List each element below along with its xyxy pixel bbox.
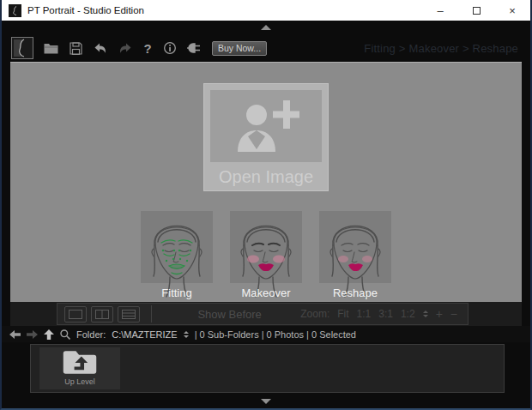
folder-stats: | 0 Sub-Folders | 0 Photos | 0 Selected	[195, 329, 356, 340]
view-toolbar: Show Before Zoom: Fit 1:1 3:1 1:2 + −	[10, 302, 522, 326]
zoom-out-button[interactable]: −	[450, 307, 457, 321]
zoom-in-button[interactable]: +	[436, 307, 443, 321]
mode-thumb-fitting[interactable]	[141, 211, 213, 283]
main-toolbar: ? Buy Now... Fitting > Makeover > Reshap…	[2, 34, 530, 62]
split-horizontal-icon	[122, 310, 136, 319]
back-icon[interactable]	[9, 330, 21, 339]
view-toolbar-panel: Show Before Zoom: Fit 1:1 3:1 1:2 + −	[57, 303, 469, 325]
collapse-bottom-strip[interactable]	[2, 395, 530, 408]
open-image-placeholder	[210, 90, 322, 162]
plugin-icon[interactable]	[187, 41, 203, 55]
open-image-button[interactable]: Open Image	[203, 83, 329, 191]
mode-thumb-makeover[interactable]	[230, 211, 302, 283]
titlebar: PT Portrait - Studio Edition – ×	[2, 0, 530, 21]
folder-bar: Folder: C:\MAZTERIZE | 0 Sub-Folders | 0…	[2, 326, 530, 342]
maximize-icon	[473, 7, 481, 15]
add-person-icon	[233, 100, 299, 152]
buy-now-button[interactable]: Buy Now...	[212, 41, 267, 56]
zoom-fit-button[interactable]: Fit	[337, 308, 348, 320]
up-folder-icon[interactable]	[44, 329, 54, 340]
save-icon[interactable]	[68, 41, 83, 55]
zoom-1-1-button[interactable]: 1:1	[357, 308, 372, 320]
single-view-button[interactable]	[64, 306, 87, 323]
zoom-3-1-button[interactable]: 3:1	[378, 308, 393, 320]
redo-icon[interactable]	[118, 41, 133, 55]
maximize-button[interactable]	[458, 0, 494, 21]
mode-thumb-reshape[interactable]	[319, 211, 391, 283]
zoom-1-2-button[interactable]: 1:2	[401, 308, 415, 320]
window-controls: – ×	[422, 0, 530, 21]
close-button[interactable]: ×	[494, 0, 530, 21]
toolbar-separator	[151, 305, 152, 323]
collapse-top-strip[interactable]	[2, 21, 530, 34]
zoom-controls: Zoom: Fit 1:1 3:1 1:2 + −	[300, 307, 461, 321]
mode-label-reshape: Reshape	[319, 286, 391, 299]
collapse-down-icon	[261, 399, 271, 404]
mode-thumbnails	[10, 211, 522, 283]
breadcrumb: Fitting > Makeover > Reshape	[364, 42, 530, 55]
zoom-spinner-icon[interactable]	[423, 311, 428, 317]
folder-path[interactable]: C:\MAZTERIZE	[112, 329, 177, 340]
minimize-button[interactable]: –	[422, 0, 458, 21]
single-view-icon	[69, 310, 82, 319]
split-horizontal-view-button[interactable]	[118, 306, 140, 323]
photo-browser-panel: Up Level	[30, 344, 505, 393]
forward-icon[interactable]	[27, 330, 38, 339]
open-image-label: Open Image	[204, 167, 328, 187]
image-canvas: Open Image Fitting Makeover Res	[10, 62, 522, 302]
mode-label-makeover: Makeover	[230, 286, 302, 299]
folder-label: Folder:	[76, 329, 106, 340]
window-title: PT Portrait - Studio Edition	[27, 5, 144, 15]
up-level-label: Up Level	[64, 377, 95, 386]
mode-labels: Fitting Makeover Reshape	[10, 286, 522, 299]
undo-icon[interactable]	[93, 41, 108, 55]
show-before-button[interactable]: Show Before	[159, 308, 300, 321]
app-window: PT Portrait - Studio Edition – ×	[0, 0, 532, 410]
help-icon[interactable]: ?	[142, 41, 153, 56]
pt-portrait-logo-button[interactable]	[11, 37, 33, 59]
split-vertical-icon	[95, 310, 109, 319]
split-vertical-view-button[interactable]	[91, 306, 113, 323]
folder-spinner-icon[interactable]	[184, 331, 189, 338]
photo-browser: Up Level	[2, 342, 530, 395]
open-folder-icon[interactable]	[43, 41, 58, 55]
info-icon[interactable]	[162, 41, 178, 55]
up-level-folder-icon	[61, 347, 99, 377]
up-level-button[interactable]: Up Level	[39, 347, 120, 389]
zoom-label: Zoom:	[300, 308, 329, 320]
search-icon[interactable]	[60, 329, 70, 340]
mode-label-fitting: Fitting	[141, 286, 213, 299]
collapse-up-icon	[261, 25, 271, 30]
app-logo-icon	[9, 4, 21, 17]
